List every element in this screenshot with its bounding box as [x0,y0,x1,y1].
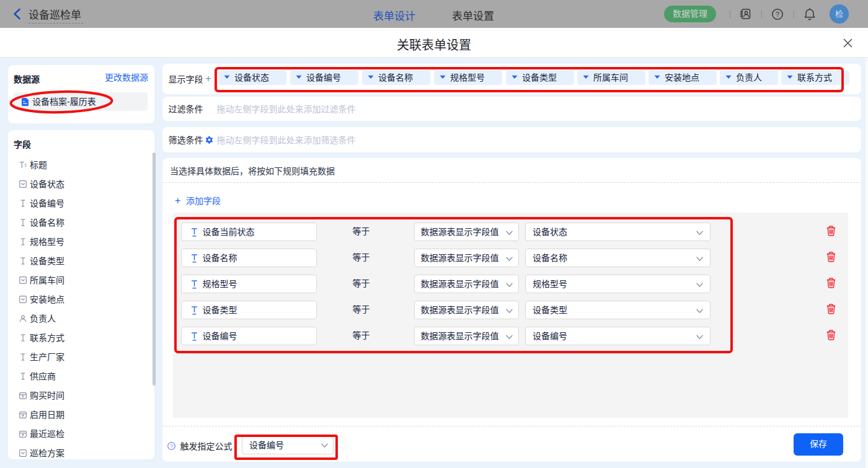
svg-text:?: ? [170,444,173,449]
svg-text:?: ? [776,11,779,18]
